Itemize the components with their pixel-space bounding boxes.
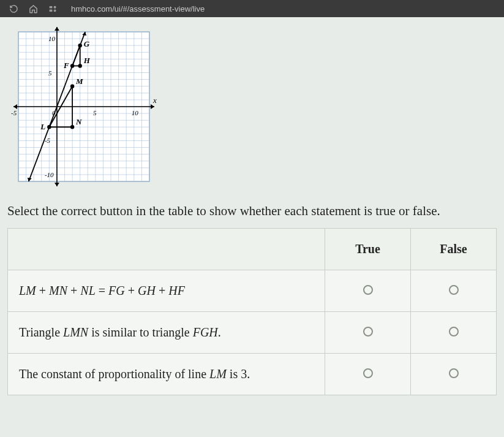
header-false: False bbox=[411, 229, 497, 270]
svg-point-3 bbox=[54, 10, 56, 12]
reload-icon[interactable] bbox=[7, 2, 20, 15]
radio-true[interactable] bbox=[363, 327, 373, 336]
assessment-content: -50510-10-5510xGFHMLN Select the correct… bbox=[0, 17, 504, 403]
false-cell bbox=[411, 270, 497, 312]
site-settings-icon[interactable] bbox=[47, 2, 59, 15]
svg-point-70 bbox=[78, 44, 82, 47]
statement-cell: LM + MN + NL = FG + GH + HF bbox=[8, 270, 325, 312]
svg-text:5: 5 bbox=[93, 109, 97, 116]
svg-text:M: M bbox=[75, 77, 83, 86]
statement-cell: Triangle LMN is similar to triangle FGH. bbox=[8, 312, 325, 354]
radio-true[interactable] bbox=[363, 285, 373, 295]
svg-text:G: G bbox=[84, 39, 90, 48]
svg-marker-49 bbox=[13, 104, 17, 109]
svg-text:10: 10 bbox=[48, 35, 56, 42]
table-row: LM + MN + NL = FG + GH + HF bbox=[8, 270, 497, 312]
svg-marker-48 bbox=[151, 104, 154, 109]
table-row: Triangle LMN is similar to triangle FGH. bbox=[8, 312, 497, 354]
true-cell bbox=[325, 270, 411, 312]
graph-svg: -50510-10-5510xGFHMLN bbox=[7, 21, 160, 192]
svg-text:5: 5 bbox=[48, 69, 52, 77]
svg-text:-5: -5 bbox=[11, 109, 17, 116]
header-true: True bbox=[325, 229, 411, 270]
svg-text:L: L bbox=[40, 122, 45, 131]
home-icon[interactable] bbox=[27, 2, 39, 15]
svg-rect-1 bbox=[50, 10, 51, 11]
svg-text:-10: -10 bbox=[45, 171, 54, 178]
false-cell bbox=[411, 312, 497, 354]
instruction-text: Select the correct button in the table t… bbox=[7, 202, 497, 219]
svg-point-80 bbox=[70, 125, 74, 129]
svg-point-2 bbox=[54, 6, 56, 8]
svg-point-72 bbox=[70, 64, 74, 67]
svg-point-76 bbox=[70, 85, 74, 88]
svg-point-74 bbox=[78, 64, 82, 67]
svg-marker-51 bbox=[55, 183, 59, 186]
true-cell bbox=[325, 354, 411, 395]
statement-cell: The constant of proportionality of line … bbox=[8, 354, 325, 395]
coordinate-graph: -50510-10-5510xGFHMLN bbox=[7, 17, 497, 199]
false-cell bbox=[411, 354, 497, 395]
svg-point-78 bbox=[47, 125, 51, 129]
url-text: hmhco.com/ui/#/assessment-view/live bbox=[71, 4, 205, 13]
svg-text:10: 10 bbox=[132, 109, 139, 116]
table-row: The constant of proportionality of line … bbox=[8, 354, 497, 395]
svg-text:H: H bbox=[83, 56, 91, 65]
svg-text:x: x bbox=[152, 96, 157, 105]
radio-false[interactable] bbox=[449, 368, 459, 378]
radio-false[interactable] bbox=[449, 285, 459, 295]
header-blank bbox=[8, 229, 325, 270]
true-cell bbox=[325, 312, 411, 354]
svg-marker-50 bbox=[55, 27, 59, 31]
svg-text:N: N bbox=[75, 117, 82, 126]
radio-true[interactable] bbox=[363, 368, 373, 378]
true-false-table: True False LM + MN + NL = FG + GH + HFTr… bbox=[7, 228, 497, 395]
radio-false[interactable] bbox=[449, 327, 459, 336]
browser-address-bar: hmhco.com/ui/#/assessment-view/live bbox=[0, 0, 504, 17]
svg-text:F: F bbox=[63, 61, 69, 70]
svg-rect-0 bbox=[50, 6, 51, 7]
